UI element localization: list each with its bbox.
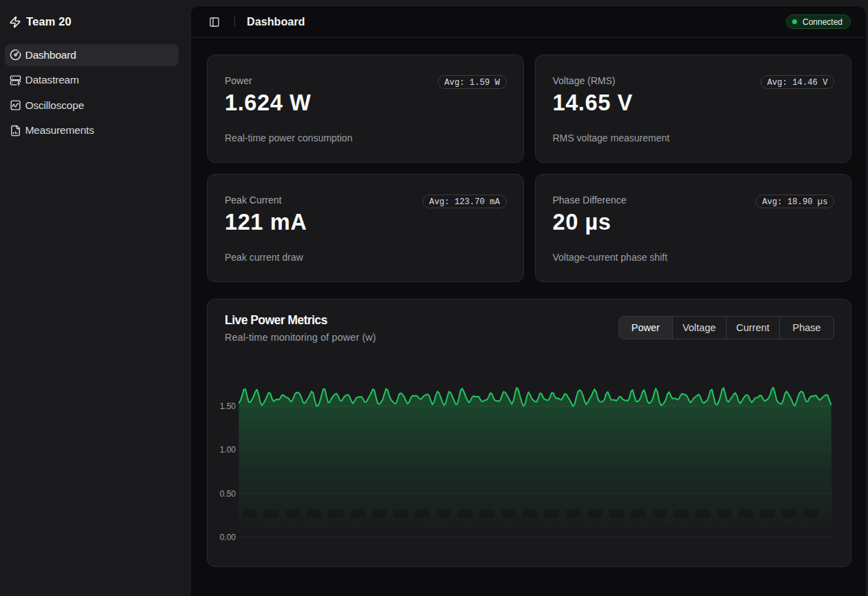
svg-text:0.00: 0.00 bbox=[220, 533, 236, 542]
svg-text:0.50: 0.50 bbox=[220, 489, 236, 499]
svg-text:1.50: 1.50 bbox=[220, 401, 236, 411]
svg-text:1.00: 1.00 bbox=[220, 445, 236, 455]
